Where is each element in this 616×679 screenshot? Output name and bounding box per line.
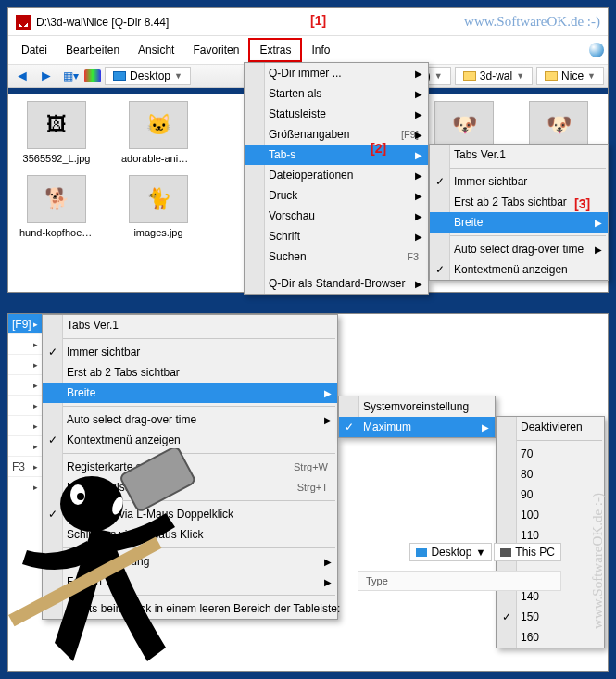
menu-item[interactable]: Registerkarte schließenStrg+W (43, 457, 337, 477)
menu-bearbeiten[interactable]: Bearbeiten (57, 40, 129, 60)
menu-item[interactable]: Größenangaben[F9]▶ (245, 124, 428, 145)
menu-item[interactable]: Immer sichtbar✓ (430, 171, 608, 192)
menu-item[interactable]: Auto select drag-over time▶ (430, 239, 608, 259)
menu-item[interactable]: Dateioperationen▶ (245, 165, 428, 185)
menu-item[interactable]: 80 (497, 464, 604, 484)
type-column-header[interactable]: Type (358, 571, 561, 591)
menu-item[interactable]: Tabs Ver.1 (430, 145, 608, 165)
menu-item[interactable]: Schließen via L-Maus Doppelklick✓ (43, 504, 337, 524)
menu-item[interactable]: 70 (497, 444, 604, 464)
breadcrumb-folder2[interactable]: Nice ▼ (536, 67, 604, 85)
menu-favoriten[interactable]: Favoriten (183, 40, 248, 60)
menu-ansicht[interactable]: Ansicht (129, 40, 183, 60)
left-shortcut-col: [F9]▸▸▸▸▸▸▸F3▸▸ (8, 314, 42, 497)
callout-1: [1] (310, 13, 326, 28)
window-title: D:\3d-wal\Nice [Q-Dir 8.44] (36, 16, 459, 29)
watermark-top: www.SoftwareOK.de :-) (464, 14, 600, 30)
crumb-p1: 3d-wal (480, 69, 512, 82)
breite-submenu: SystemvoreinstellungMaximum✓▶ (338, 396, 496, 438)
menu-item[interactable]: Vorschau▶ (245, 206, 428, 226)
lower-tabs-menu: Tabs Ver.1Immer sichtbar✓Erst ab 2 Tabs … (42, 314, 338, 620)
menu-item[interactable]: Tab Gruppierung▶ (43, 551, 337, 572)
menu-item[interactable]: Breite▶ (43, 383, 337, 403)
file-thumb[interactable]: 🐕hund-kopfhoerer-... (19, 175, 94, 238)
menu-item[interactable]: Q-Dir als Standard-Browser▶ (245, 273, 428, 294)
maximum-submenu: Deaktivieren708090100110120130140150✓160 (496, 416, 605, 648)
view-mode-icon[interactable]: ▦▾ (60, 67, 81, 85)
chevron-down-icon: ▼ (174, 71, 182, 81)
watermark-side: www.SoftwareOK.de :-) (591, 493, 607, 629)
left-shortcut-row[interactable]: [F9]▸ (8, 314, 42, 334)
menu-item[interactable]: Tab-s▶ (245, 145, 428, 165)
tabs-submenu: Tabs Ver.1Immer sichtbar✓Erst ab 2 Tabs … (429, 144, 609, 281)
menu-item[interactable]: Kontextmenü anzeigen✓ (430, 259, 608, 280)
menu-datei[interactable]: Datei (12, 40, 57, 60)
globe-icon[interactable] (589, 43, 604, 57)
menu-item[interactable]: Maximum✓▶ (339, 417, 495, 437)
left-shortcut-row[interactable]: ▸ (8, 477, 42, 497)
left-shortcut-row[interactable]: ▸ (8, 416, 42, 436)
file-thumb[interactable]: 🐈images.jpg (121, 175, 195, 238)
desktop-icon (113, 71, 126, 81)
menu-item[interactable]: Neue RegisterkarteStrg+T (43, 477, 337, 497)
file-thumb[interactable]: 🐱adorable-animal-a... (121, 101, 195, 164)
breadcrumb-left[interactable]: Desktop ▼ (105, 67, 191, 85)
left-shortcut-row[interactable]: ▸ (8, 375, 42, 396)
callout-3: [3] (574, 196, 590, 211)
nav-back-icon[interactable]: ◄ (12, 67, 32, 85)
menu-info[interactable]: Info (302, 40, 339, 60)
lower-breadcrumb[interactable]: Desktop ▼ This PC (409, 543, 561, 561)
menu-item[interactable]: Immer sichtbar✓ (43, 342, 337, 362)
lower-panel: [F9]▸▸▸▸▸▸▸F3▸▸ Tabs Ver.1Immer sichtbar… (7, 313, 609, 672)
menubar: Datei Bearbeiten Ansicht Favoriten Extra… (8, 36, 608, 65)
menu-item[interactable]: Breite▶ (430, 212, 608, 233)
menu-item[interactable]: Statusleiste▶ (245, 104, 428, 124)
file-thumb[interactable]: 🖼3565592_L.jpg (19, 101, 94, 164)
menu-item[interactable]: SuchenF3 (245, 246, 428, 267)
left-shortcut-row[interactable]: ▸ (8, 334, 42, 355)
folder-icon (545, 71, 558, 81)
menu-item[interactable]: 100 (497, 505, 604, 525)
breadcrumb-desktop: Desktop (130, 69, 170, 82)
menu-item[interactable]: Nichts beim Klick in einem leeren Bereic… (43, 598, 337, 619)
extras-dropdown: Q-Dir immer ...▶Starten als▶Statusleiste… (244, 62, 429, 295)
left-shortcut-row[interactable]: ▸ (8, 355, 42, 375)
menu-extras[interactable]: Extras (248, 38, 302, 62)
menu-item[interactable]: Schließen via M-Maus Klick (43, 524, 337, 545)
color-filter-icon[interactable] (84, 69, 101, 82)
menu-item[interactable]: 160 (497, 627, 604, 648)
folder-icon (463, 71, 476, 81)
menu-item[interactable]: Auto select drag-over time▶ (43, 409, 337, 430)
menu-item[interactable]: Erst ab 2 Tabs sichtbar (43, 362, 337, 383)
app-icon (16, 15, 31, 30)
left-shortcut-row[interactable]: ▸ (8, 396, 42, 416)
menu-item[interactable]: Druck▶ (245, 185, 428, 206)
callout-2: [2] (371, 141, 386, 156)
menu-item[interactable]: Q-Dir immer ...▶ (245, 63, 428, 83)
crumb-p2: Nice (561, 69, 584, 82)
menu-item[interactable]: 90 (497, 484, 604, 505)
menu-item[interactable]: Farben▶ (43, 572, 337, 592)
menu-item[interactable]: 150✓ (497, 607, 604, 627)
menu-item[interactable]: Systemvoreinstellung (339, 396, 495, 417)
breadcrumb-folder1[interactable]: 3d-wal ▼ (455, 67, 533, 85)
left-shortcut-row[interactable]: ▸ (8, 436, 42, 457)
menu-item[interactable]: Schrift▶ (245, 226, 428, 246)
menu-item[interactable]: Deaktivieren (497, 417, 604, 437)
menu-item[interactable]: Tabs Ver.1 (43, 315, 337, 335)
nav-forward-icon[interactable]: ► (36, 67, 57, 85)
titlebar: D:\3d-wal\Nice [Q-Dir 8.44] www.Software… (8, 8, 608, 36)
left-shortcut-row[interactable]: F3▸ (8, 457, 42, 477)
menu-item[interactable]: Starten als▶ (245, 83, 428, 104)
menu-item[interactable]: Kontextmenü anzeigen✓ (43, 430, 337, 450)
